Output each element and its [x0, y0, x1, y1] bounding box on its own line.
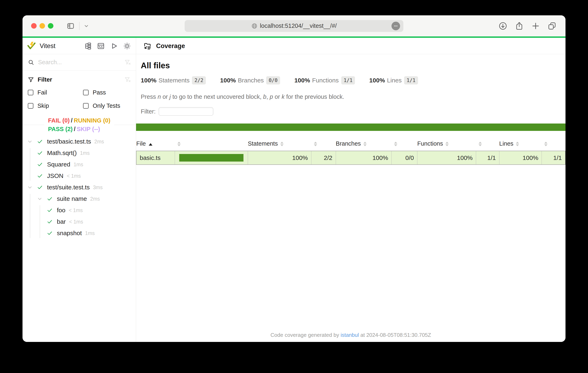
column-header-functions-raw[interactable]: [476, 138, 499, 151]
tree-item-suite[interactable]: suite name 2ms: [22, 193, 136, 205]
column-header-functions[interactable]: Functions: [417, 138, 476, 151]
check-icon: [47, 219, 53, 225]
column-header-branches-raw[interactable]: [392, 138, 417, 151]
stat-fraction: 2/2: [192, 76, 206, 84]
lines-raw-cell: 1/1: [542, 151, 565, 165]
run-all-icon[interactable]: [110, 42, 118, 50]
theme-icon[interactable]: [123, 42, 131, 50]
coverage-table: File Statements Branches Functions Lines: [136, 138, 566, 165]
sort-icon: [177, 142, 181, 146]
column-header-file[interactable]: File: [136, 138, 175, 151]
column-header-statements-raw[interactable]: [311, 138, 336, 151]
checkbox-label: Only Tests: [93, 103, 120, 109]
chevron-down-icon[interactable]: [84, 23, 89, 29]
test-name: JSON: [47, 172, 63, 179]
tree-item-test[interactable]: Squared 1ms: [22, 159, 136, 170]
tree-guide: [30, 194, 30, 238]
test-tree: test/basic.test.ts 2ms Math.sqrt() 1ms S…: [22, 134, 136, 342]
globe-icon: [251, 23, 257, 29]
column-header-statements[interactable]: Statements: [248, 138, 311, 151]
funnel-clear-icon[interactable]: [124, 59, 131, 66]
tab-overview-button[interactable]: [547, 21, 556, 31]
checkbox-skip[interactable]: Skip: [28, 103, 83, 109]
check-icon: [37, 161, 43, 167]
sort-icon: [479, 142, 482, 146]
sort-icon: [394, 142, 397, 146]
browser-window: localhost:51204/__vitest__/#/: [22, 15, 566, 342]
stat-pct: 100%: [294, 77, 310, 84]
test-name: foo: [57, 207, 65, 214]
sort-icon: [516, 142, 519, 146]
test-name: test/suite.test.ts: [47, 184, 90, 191]
checkbox-box[interactable]: [83, 90, 89, 95]
check-icon: [37, 150, 43, 156]
url-text: localhost:51204/__vitest__/#/: [260, 22, 337, 29]
column-header-chart[interactable]: [175, 138, 248, 151]
sidebar-toggle-icon[interactable]: [66, 22, 75, 30]
chevron-down-icon[interactable]: [37, 196, 43, 202]
istanbul-link[interactable]: istanbul: [341, 332, 359, 338]
test-summary: FAIL (0)/RUNNING (0) PASS (2)/SKIP (--): [22, 115, 136, 134]
coverage-footer: Code coverage generated by istanbul at 2…: [136, 332, 566, 342]
test-duration: 3ms: [93, 185, 103, 190]
funnel-icon: [28, 77, 34, 83]
close-window-button[interactable]: [31, 23, 37, 29]
coverage-filter-input[interactable]: [158, 107, 213, 116]
tree-item-test[interactable]: JSON < 1ms: [22, 170, 136, 182]
stat-fraction: 1/1: [341, 76, 355, 84]
check-icon: [37, 173, 43, 179]
toolbar-divider: [79, 22, 80, 30]
test-progress-bar: [22, 36, 566, 38]
zoom-window-button[interactable]: [48, 23, 53, 29]
checkbox-fail[interactable]: Fail: [28, 89, 83, 96]
stat-pct: 100%: [369, 77, 385, 84]
tree-item-test[interactable]: Math.sqrt() 1ms: [22, 147, 136, 159]
test-duration: 1ms: [80, 150, 90, 156]
tree-item-file[interactable]: test/suite.test.ts 3ms: [22, 182, 136, 193]
functions-pct-cell: 100%: [417, 151, 476, 165]
running-count: RUNNING (0): [74, 117, 110, 124]
chevron-down-icon[interactable]: [27, 139, 33, 144]
checkbox-only-tests[interactable]: Only Tests: [83, 103, 131, 109]
tree-guide: [30, 148, 30, 181]
test-duration: 1ms: [85, 230, 95, 236]
column-header-branches[interactable]: Branches: [336, 138, 392, 151]
sort-icon: [280, 142, 284, 146]
dashboard-icon[interactable]: [97, 42, 105, 50]
test-name: Math.sqrt(): [47, 149, 77, 156]
coverage-folder-icon: [143, 42, 152, 50]
filter-title: Filter: [38, 76, 124, 83]
checkbox-box[interactable]: [28, 103, 33, 109]
column-header-lines-raw[interactable]: [542, 138, 565, 151]
fail-count: FAIL (0): [48, 117, 70, 124]
share-button[interactable]: [515, 21, 524, 31]
tree-item-file[interactable]: test/basic.test.ts 2ms: [22, 136, 136, 147]
check-icon: [47, 207, 53, 213]
search-icon: [28, 59, 34, 66]
new-tab-button[interactable]: [531, 21, 540, 31]
file-link[interactable]: basic.ts: [136, 151, 175, 165]
filter-panel: Filter Fail Pass: [22, 71, 136, 110]
page-settings-button[interactable]: [392, 22, 400, 30]
summary-separator: /: [70, 117, 74, 124]
column-header-lines[interactable]: Lines: [499, 138, 542, 151]
coverage-bar-cell: [175, 151, 248, 165]
check-icon: [47, 196, 53, 202]
search-input[interactable]: [38, 59, 124, 66]
stat-pct: 100%: [220, 77, 236, 84]
checkbox-pass[interactable]: Pass: [83, 89, 131, 96]
checkbox-box[interactable]: [83, 103, 89, 109]
test-name: Squared: [47, 161, 70, 168]
skip-count: SKIP (--): [77, 126, 100, 132]
test-duration: < 1ms: [67, 173, 81, 179]
downloads-button[interactable]: [498, 21, 507, 31]
tree-guide: [40, 205, 40, 238]
functions-raw-cell: 1/1: [476, 151, 499, 165]
checkbox-box[interactable]: [28, 90, 33, 95]
address-bar[interactable]: localhost:51204/__vitest__/#/: [185, 20, 403, 32]
minimize-window-button[interactable]: [40, 23, 45, 29]
funnel-clear-icon[interactable]: [124, 76, 131, 83]
chevron-down-icon[interactable]: [27, 185, 33, 190]
tree-view-icon[interactable]: [84, 42, 92, 50]
browser-toolbar: localhost:51204/__vitest__/#/: [22, 15, 566, 36]
